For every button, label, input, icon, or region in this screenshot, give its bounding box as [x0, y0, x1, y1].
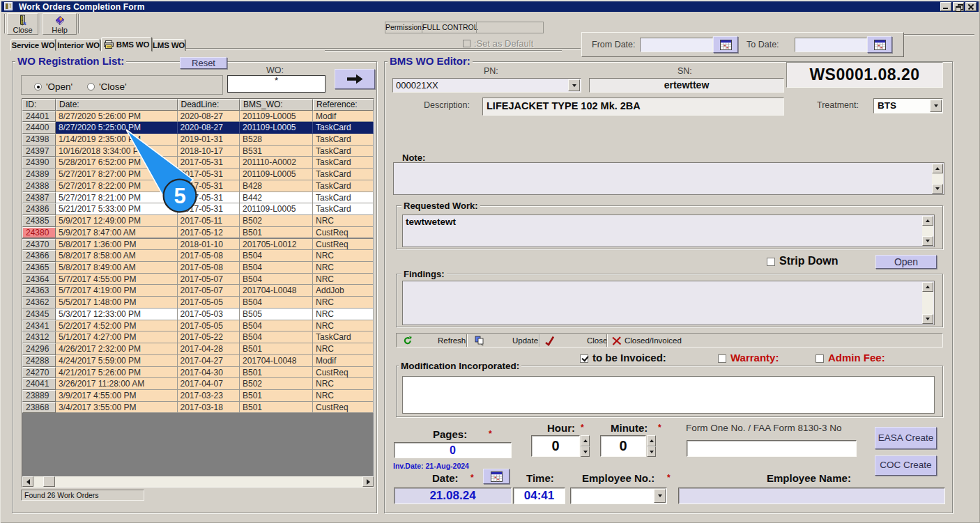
close-wo-label[interactable]: Close — [587, 336, 607, 345]
open-button[interactable]: Open — [875, 255, 937, 269]
table-row[interactable]: 244018/27/2020 5:26:00 PM2020-08-2720110… — [22, 111, 374, 123]
minute-spin-up[interactable] — [647, 435, 656, 446]
scroll-down-button[interactable] — [932, 184, 943, 194]
scroll-thumb[interactable] — [43, 476, 55, 487]
table-row[interactable]: 243415/2/2017 4:52:00 PM2017-05-05B504NR… — [22, 320, 374, 332]
table-row[interactable]: 243865/21/2017 5:33:00 PM2017-05-3120110… — [22, 203, 374, 215]
requested-work-textarea[interactable]: tewtwetewt — [402, 214, 935, 247]
scroll-down-button[interactable] — [922, 314, 933, 324]
scroll-up-button[interactable] — [932, 164, 943, 173]
closed-invoiced-button[interactable] — [611, 335, 622, 346]
table-row[interactable]: 244008/27/2020 5:25:00 PM2020-08-2720110… — [22, 122, 374, 134]
date-calendar-button[interactable] — [483, 469, 510, 484]
table-row[interactable]: 243665/8/2017 8:58:00 AM2017-05-08B504NR… — [22, 250, 374, 262]
table-row[interactable]: 243895/27/2017 8:27:00 PM2017-05-3120110… — [22, 169, 374, 180]
tab-bms-wo[interactable]: BMS WO — [101, 37, 152, 52]
table-row[interactable]: 243125/1/2017 4:27:00 PM2017-05-22B504Ta… — [22, 331, 374, 343]
update-label[interactable]: Update — [512, 336, 538, 345]
date-field[interactable]: 21.08.24 — [394, 487, 512, 504]
treatment-combobox[interactable]: BTS — [873, 98, 943, 114]
table-row[interactable]: 243635/7/2017 4:19:00 PM2017-05-07201704… — [22, 285, 374, 297]
pages-input[interactable]: 0 — [394, 442, 512, 458]
update-button[interactable] — [474, 335, 486, 346]
grid-column-header[interactable]: Date: — [56, 99, 178, 111]
minute-spinbox[interactable]: 0 — [600, 435, 646, 457]
easa-create-button[interactable]: EASA Create — [875, 427, 937, 449]
table-row[interactable]: 243905/28/2017 6:52:00 PM2017-05-3120111… — [22, 157, 374, 169]
table-row[interactable]: 243805/9/2017 8:47:00 AM2017-05-12B501Cu… — [22, 227, 374, 239]
scroll-down-button[interactable] — [922, 236, 933, 246]
table-row[interactable]: 242964/26/2017 2:32:00 PM2017-04-28B501N… — [22, 343, 374, 355]
note-scrollbar[interactable] — [932, 164, 943, 194]
scroll-up-button[interactable] — [922, 216, 933, 226]
table-row[interactable]: 243855/9/2017 12:49:00 PM2017-05-11B502N… — [22, 215, 374, 227]
grid-column-header[interactable]: DeadLine: — [178, 99, 240, 111]
table-row[interactable]: 242704/21/2017 5:26:00 PM2017-04-30B501C… — [22, 367, 374, 379]
modification-textarea[interactable] — [402, 376, 935, 414]
coc-create-button[interactable]: COC Create — [875, 455, 937, 476]
table-row[interactable]: 243885/27/2017 8:22:00 PM2017-05-31B428T… — [22, 180, 374, 192]
reset-button[interactable]: Reset — [180, 57, 227, 69]
wo-go-button[interactable] — [335, 69, 375, 89]
table-row[interactable]: 243875/27/2017 8:21:00 PM2017-05-31B442T… — [22, 192, 374, 204]
employee-name-field[interactable] — [678, 487, 945, 504]
hour-spin-up[interactable] — [581, 435, 590, 446]
table-row[interactable]: 2439710/16/2018 3:34:00 PM2018-10-17B531… — [22, 146, 374, 157]
set-as-default-checkbox[interactable] — [463, 40, 470, 47]
closed-invoiced-label[interactable]: Closed/Invoiced — [625, 336, 682, 345]
findings-textarea[interactable] — [402, 281, 935, 325]
description-field[interactable]: LIFEJACKET TYPE 102 Mk. 2BA — [482, 97, 784, 116]
tab-interior-wo[interactable]: Interior WO — [56, 39, 100, 51]
close-window-button[interactable] — [965, 2, 977, 11]
employee-no-combobox[interactable] — [570, 487, 667, 504]
treatment-dropdown-button[interactable] — [930, 100, 942, 112]
time-field[interactable]: 04:41 — [513, 487, 565, 504]
table-row[interactable]: 238683/4/2017 3:55:00 PM2017-03-18B501Cu… — [22, 402, 374, 414]
hour-spin-down[interactable] — [581, 446, 590, 457]
employee-no-dropdown-button[interactable] — [654, 489, 666, 503]
requested-work-scrollbar[interactable] — [922, 216, 933, 246]
from-date-input[interactable] — [640, 38, 713, 52]
wo-search-input[interactable]: * — [227, 75, 326, 93]
table-row[interactable]: 242884/24/2017 5:59:00 PM2017-04-2720170… — [22, 355, 374, 367]
table-row[interactable]: 243645/7/2017 4:55:00 PM2017-05-07B504NR… — [22, 274, 374, 286]
to-date-input[interactable] — [795, 38, 867, 52]
to-be-invoiced-checkbox[interactable] — [580, 354, 588, 363]
pn-combobox[interactable]: 000021XX — [392, 78, 581, 93]
minimize-button[interactable] — [940, 2, 951, 11]
scroll-up-button[interactable] — [922, 282, 933, 292]
tab-service-wo[interactable]: Service WO — [10, 39, 56, 51]
sn-field[interactable]: ertewttew — [589, 78, 784, 93]
table-row[interactable]: 243655/8/2017 8:49:00 AM2017-05-08B504NR… — [22, 262, 374, 274]
radio-close[interactable] — [87, 83, 95, 91]
table-row[interactable]: 243981/14/2019 2:35:00 PM2019-01-31B528T… — [22, 134, 374, 146]
admin-fee-checkbox[interactable] — [816, 354, 824, 363]
grid-column-header[interactable]: BMS_WO: — [240, 99, 313, 111]
findings-scrollbar[interactable] — [922, 282, 933, 324]
close-wo-button[interactable] — [543, 334, 556, 347]
refresh-label[interactable]: Refresh — [438, 336, 466, 345]
scroll-left-button[interactable] — [22, 476, 33, 487]
minute-spin-down[interactable] — [647, 446, 656, 457]
scroll-right-button[interactable] — [362, 476, 374, 487]
restore-button[interactable] — [953, 2, 964, 11]
pn-dropdown-button[interactable] — [568, 79, 580, 91]
help-button[interactable]: Help — [43, 13, 77, 35]
grid-column-header[interactable]: Reference: — [313, 99, 374, 111]
table-row[interactable]: 243625/5/2017 1:48:00 PM2017-05-05B504NR… — [22, 297, 374, 309]
table-row[interactable]: 238893/9/2017 4:55:00 PM2017-03-23B501NR… — [22, 390, 374, 402]
grid-column-header[interactable]: ID: — [22, 99, 56, 111]
to-date-calendar-button[interactable] — [867, 36, 892, 53]
table-row[interactable]: 243705/8/2017 1:36:00 PM2018-01-10201705… — [22, 239, 374, 251]
strip-down-checkbox[interactable] — [767, 258, 775, 266]
grid-hscrollbar[interactable] — [22, 476, 374, 487]
table-row[interactable]: 243455/3/2017 12:33:00 PM2017-05-03B505N… — [22, 309, 374, 320]
refresh-button[interactable] — [402, 335, 413, 346]
close-button[interactable]: Close — [7, 13, 38, 35]
from-date-calendar-button[interactable] — [713, 36, 738, 53]
table-row[interactable]: 240413/26/2017 11:28:00 AM2017-04-07B502… — [22, 378, 374, 390]
tab-lms-wo[interactable]: LMS WO — [152, 39, 185, 51]
radio-open[interactable] — [34, 83, 42, 91]
warranty-checkbox[interactable] — [718, 354, 726, 363]
note-textarea[interactable] — [393, 162, 944, 195]
